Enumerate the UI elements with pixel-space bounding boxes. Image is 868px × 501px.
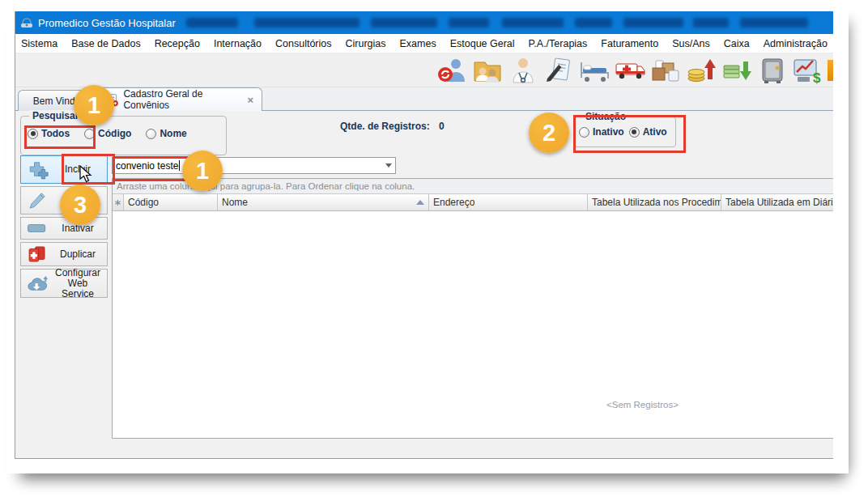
redacted-text — [186, 18, 238, 28]
tab-cadastro-convenios[interactable]: Cadastro Geral de Convênios × — [97, 87, 262, 111]
empty-records-text: <Sem Registros> — [606, 400, 679, 410]
redacted-text — [449, 18, 489, 28]
radio-nome-label: Nome — [160, 128, 186, 139]
cloud-sync-icon — [26, 273, 49, 294]
screenshot-page: Promedico Gestão Hospitalar Sistema Base… — [0, 0, 868, 501]
radio-inativo-circle[interactable] — [579, 127, 589, 138]
search-group-label: Pesquisar por: — [29, 110, 104, 121]
grid-body[interactable]: <Sem Registros> — [113, 211, 833, 438]
column-header-endereco[interactable]: Endereço — [429, 194, 588, 211]
search-groupbox: Pesquisar por: Todos Código Nome — [20, 116, 227, 155]
app-window: Promedico Gestão Hospitalar Sistema Base… — [15, 11, 833, 459]
column-label: Tabela Utilizada em Diárias e — [725, 197, 833, 208]
radio-ativo-label: Ativo — [643, 126, 667, 138]
patient-records-icon[interactable] — [470, 55, 505, 86]
menu-pa-terapias[interactable]: P.A./Terapias — [529, 38, 588, 49]
menu-estoque-geral[interactable]: Estoque Geral — [450, 38, 515, 49]
incluir-label: Incluir — [53, 164, 107, 175]
edit-button[interactable] — [20, 186, 108, 214]
expense-down-icon[interactable] — [719, 55, 755, 86]
menu-sus-ans[interactable]: Sus/Ans — [672, 38, 710, 49]
column-header-codigo[interactable]: Código — [124, 194, 218, 211]
ws-line2: Web Service — [62, 278, 94, 299]
close-tab-icon[interactable]: × — [247, 94, 253, 106]
radio-nome[interactable]: Nome — [146, 128, 186, 139]
search-input-value: convenio teste — [116, 160, 178, 172]
search-input[interactable]: convenio teste — [113, 160, 381, 172]
menu-consultorios[interactable]: Consultórios — [275, 38, 331, 49]
users-sync-icon[interactable] — [434, 55, 470, 86]
document-badge-icon — [106, 93, 118, 107]
ambulance-icon[interactable] — [612, 55, 648, 86]
tab-bar: Bem Vindo Cadastro Geral de Convênios × — [15, 87, 833, 111]
main-content: Pesquisar por: Todos Código Nome — [15, 111, 833, 458]
radio-ativo[interactable]: Ativo — [629, 126, 667, 138]
radio-inativo[interactable]: Inativo — [579, 126, 624, 138]
doctor-icon[interactable] — [505, 55, 541, 86]
grid-header-row: Código Nome Endereço Tabela Utilizada no… — [113, 194, 833, 211]
menu-caixa[interactable]: Caixa — [724, 38, 750, 49]
menu-exames[interactable]: Exames — [400, 38, 436, 49]
radio-inativo-label: Inativo — [593, 126, 624, 138]
title-bar: Promedico Gestão Hospitalar — [15, 11, 833, 34]
app-logo-icon — [20, 16, 33, 29]
menu-base-de-dados[interactable]: Base de Dados — [71, 38, 140, 49]
radio-todos-label: Todos — [41, 128, 70, 139]
radio-nome-circle[interactable] — [146, 129, 156, 139]
column-label: Nome — [222, 197, 248, 208]
configurar-web-service-label: Configurar Web Service — [53, 268, 107, 299]
row-indicator-column — [113, 194, 124, 211]
hospital-bed-icon[interactable] — [577, 55, 612, 86]
grid-group-panel[interactable]: Arraste uma coluna aqui para agrupa-la. … — [113, 179, 833, 194]
column-label: Endereço — [433, 197, 474, 208]
menu-recepcao[interactable]: Recepção — [155, 38, 200, 49]
records-count-label: Qtde. de Registros: — [340, 121, 430, 132]
search-combobox[interactable]: convenio teste — [112, 157, 396, 174]
safe-icon[interactable] — [755, 55, 790, 86]
column-header-tabela-diarias[interactable]: Tabela Utilizada em Diárias e — [721, 194, 833, 211]
combo-dropdown-icon[interactable] — [381, 158, 395, 173]
redacted-text — [371, 18, 437, 28]
cut-toolbar-icon — [828, 60, 833, 81]
indicator-asterisk-icon — [114, 199, 121, 206]
situacao-groupbox: Situação Inativo Ativo — [573, 117, 676, 147]
finance-chart-icon[interactable]: $ — [790, 55, 826, 86]
revenue-up-icon[interactable] — [683, 55, 719, 86]
menu-sistema[interactable]: Sistema — [21, 38, 57, 49]
duplicar-label: Duplicar — [53, 249, 107, 260]
radio-codigo-circle[interactable] — [84, 129, 95, 139]
tab-label: Cadastro Geral de Convênios — [123, 88, 239, 111]
incluir-button[interactable]: Incluir — [20, 155, 108, 184]
radio-codigo[interactable]: Código — [84, 128, 131, 139]
radio-todos-circle[interactable] — [28, 129, 38, 139]
redacted-text — [575, 18, 612, 28]
column-label: Código — [128, 197, 159, 208]
redacted-text — [254, 18, 360, 28]
redacted-text — [740, 18, 808, 28]
duplicar-button[interactable]: Duplicar — [20, 242, 108, 266]
configurar-web-service-button[interactable]: Configurar Web Service — [20, 269, 108, 298]
menu-faturamento[interactable]: Faturamento — [601, 38, 658, 49]
menu-administracao[interactable]: Administração — [764, 38, 828, 49]
redacted-text — [693, 18, 729, 28]
menu-cirurgias[interactable]: Cirurgias — [346, 38, 386, 49]
prescription-icon[interactable] — [541, 55, 577, 86]
column-header-nome[interactable]: Nome — [218, 194, 429, 211]
situacao-group-label: Situação — [582, 111, 629, 122]
duplicate-icon — [26, 244, 49, 265]
svg-text:$: $ — [813, 70, 821, 84]
inventory-icon[interactable] — [648, 55, 683, 86]
tab-bem-vindo[interactable]: Bem Vindo — [18, 90, 96, 111]
records-count-value: 0 — [439, 121, 445, 132]
menu-internacao[interactable]: Internação — [214, 38, 262, 49]
radio-todos[interactable]: Todos — [28, 128, 70, 139]
column-label: Tabela Utilizada nos Procedimento — [592, 197, 721, 208]
tab-label: Bem Vindo — [33, 96, 80, 107]
toolbar: $ — [15, 53, 833, 87]
inativar-button[interactable]: Inativar — [20, 217, 108, 240]
radio-ativo-circle[interactable] — [629, 127, 640, 138]
inactivate-icon — [26, 220, 49, 236]
grid-group-hint: Arraste uma coluna aqui para agrupa-la. … — [117, 181, 415, 191]
column-header-tabela-procedimento[interactable]: Tabela Utilizada nos Procedimento — [588, 194, 721, 211]
redacted-text — [623, 18, 683, 28]
